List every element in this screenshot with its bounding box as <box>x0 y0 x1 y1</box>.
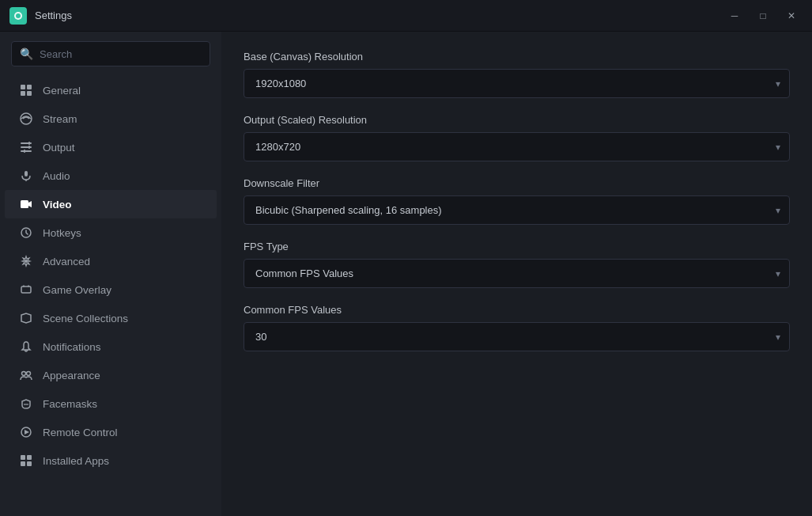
sidebar-item-label-general: General <box>43 85 202 97</box>
svg-rect-27 <box>21 455 25 460</box>
search-container: 🔍 <box>0 41 221 76</box>
select-wrapper-base-resolution: 1920x10801280x7201440x9002560x14403840x2… <box>244 69 790 98</box>
sidebar-item-label-notifications: Notifications <box>43 341 202 353</box>
maximize-button[interactable]: □ <box>752 8 774 24</box>
sidebar-item-video[interactable]: Video <box>5 190 217 218</box>
video-icon <box>19 197 33 211</box>
svg-rect-29 <box>21 461 25 466</box>
select-common-fps-values[interactable]: 3024254860120 <box>244 322 790 351</box>
general-icon <box>19 83 33 97</box>
search-wrapper: 🔍 <box>11 41 210 66</box>
stream-icon <box>19 112 33 126</box>
sidebar-item-label-appearance: Appearance <box>43 370 202 381</box>
output-icon <box>19 140 33 154</box>
titlebar: Settings ─ □ ✕ <box>0 0 812 32</box>
sidebar-item-label-video: Video <box>43 199 202 211</box>
sidebar-item-general[interactable]: General <box>5 76 217 104</box>
game-overlay-icon <box>19 283 33 297</box>
notifications-icon <box>19 340 33 354</box>
select-base-resolution[interactable]: 1920x10801280x7201440x9002560x14403840x2… <box>244 69 790 98</box>
advanced-icon <box>19 254 33 268</box>
svg-rect-4 <box>27 85 32 89</box>
label-output-resolution: Output (Scaled) Resolution <box>244 114 790 126</box>
sidebar-item-label-hotkeys: Hotkeys <box>43 227 202 239</box>
svg-rect-10 <box>21 150 32 152</box>
svg-rect-30 <box>27 461 32 466</box>
sidebar-item-appearance[interactable]: Appearance <box>5 361 217 389</box>
sidebar-item-remote-control[interactable]: Remote Control <box>5 418 217 446</box>
svg-point-22 <box>22 372 26 376</box>
svg-rect-6 <box>27 91 32 96</box>
svg-rect-14 <box>25 171 28 176</box>
svg-point-7 <box>21 113 32 124</box>
sidebar-item-advanced[interactable]: Advanced <box>5 247 217 275</box>
hotkeys-icon <box>19 226 33 240</box>
sidebar-item-label-remote-control: Remote Control <box>43 427 202 438</box>
svg-rect-19 <box>21 286 31 293</box>
svg-rect-3 <box>21 85 25 89</box>
sidebar-item-game-overlay[interactable]: Game Overlay <box>5 275 217 304</box>
sidebar-item-label-facemasks: Facemasks <box>43 398 202 410</box>
select-downscale-filter[interactable]: Bicubic (Sharpened scaling, 16 samples)B… <box>244 195 790 225</box>
svg-rect-11 <box>28 142 30 145</box>
svg-rect-12 <box>28 146 30 149</box>
sidebar-item-label-advanced: Advanced <box>43 256 202 267</box>
sidebar-item-facemasks[interactable]: Facemasks <box>5 389 217 418</box>
svg-rect-5 <box>21 91 25 96</box>
audio-icon <box>19 169 33 183</box>
svg-marker-26 <box>25 430 29 434</box>
svg-rect-28 <box>27 455 32 460</box>
installed-apps-icon <box>19 453 33 468</box>
svg-rect-13 <box>24 150 25 153</box>
sidebar-item-label-game-overlay: Game Overlay <box>43 284 202 296</box>
svg-point-2 <box>16 13 21 18</box>
label-base-resolution: Base (Canvas) Resolution <box>244 51 790 63</box>
sidebar-item-stream[interactable]: Stream <box>5 104 217 133</box>
minimize-button[interactable]: ─ <box>723 8 746 24</box>
sidebar-item-label-installed-apps: Installed Apps <box>43 455 202 467</box>
sidebar: 🔍 GeneralStreamOutputAudioVideoHotkeysAd… <box>0 32 221 516</box>
sidebar-item-label-audio: Audio <box>43 170 202 182</box>
sidebar-item-notifications[interactable]: Notifications <box>5 332 217 361</box>
close-button[interactable]: ✕ <box>780 8 803 24</box>
select-fps-type[interactable]: Common FPS ValuesInteger FPS ValueFracti… <box>244 259 790 288</box>
content-area: Base (Canvas) Resolution1920x10801280x72… <box>221 32 812 516</box>
label-common-fps-values: Common FPS Values <box>244 304 790 316</box>
sidebar-item-label-stream: Stream <box>43 113 202 125</box>
sidebar-item-installed-apps[interactable]: Installed Apps <box>5 446 217 475</box>
sidebar-item-hotkeys[interactable]: Hotkeys <box>5 218 217 247</box>
select-wrapper-fps-type: Common FPS ValuesInteger FPS ValueFracti… <box>244 259 790 288</box>
select-output-resolution[interactable]: 1280x7201920x1080854x4801440x900 <box>244 132 790 161</box>
appearance-icon <box>19 368 33 382</box>
window-title: Settings <box>35 9 723 21</box>
sidebar-item-audio[interactable]: Audio <box>5 161 217 190</box>
remote-control-icon <box>19 425 33 439</box>
search-input[interactable] <box>40 48 202 60</box>
main-layout: 🔍 GeneralStreamOutputAudioVideoHotkeysAd… <box>0 32 812 516</box>
svg-point-18 <box>25 260 28 263</box>
facemasks-icon <box>19 396 33 411</box>
select-wrapper-output-resolution: 1280x7201920x1080854x4801440x900▾ <box>244 132 790 161</box>
label-downscale-filter: Downscale Filter <box>244 177 790 189</box>
svg-point-23 <box>27 372 31 376</box>
scene-collections-icon <box>19 311 33 325</box>
sidebar-item-output[interactable]: Output <box>5 133 217 161</box>
svg-rect-16 <box>21 200 28 208</box>
search-icon: 🔍 <box>20 47 33 60</box>
sidebar-item-scene-collections[interactable]: Scene Collections <box>5 304 217 332</box>
sidebar-item-label-output: Output <box>43 142 202 154</box>
label-fps-type: FPS Type <box>244 241 790 252</box>
sidebar-item-label-scene-collections: Scene Collections <box>43 313 202 324</box>
fields-container: Base (Canvas) Resolution1920x10801280x72… <box>244 51 790 351</box>
window-controls: ─ □ ✕ <box>723 8 803 24</box>
select-wrapper-common-fps-values: 3024254860120▾ <box>244 322 790 351</box>
nav-list: GeneralStreamOutputAudioVideoHotkeysAdva… <box>0 76 221 475</box>
app-logo <box>9 7 27 25</box>
select-wrapper-downscale-filter: Bicubic (Sharpened scaling, 16 samples)B… <box>244 195 790 225</box>
